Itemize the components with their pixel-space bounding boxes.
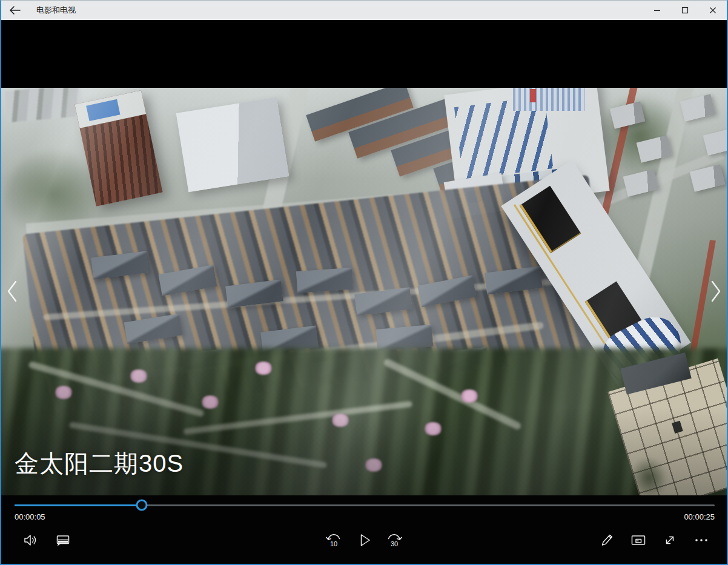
titlebar: 电影和电视 xyxy=(1,1,727,20)
app-window: 电影和电视 xyxy=(0,0,728,565)
edit-button[interactable] xyxy=(596,527,618,553)
more-options-button[interactable] xyxy=(690,527,712,553)
skip-forward-30-icon: 30 xyxy=(385,531,403,549)
seek-progress xyxy=(15,504,142,506)
subtitles-button[interactable] xyxy=(52,527,74,553)
video-overlay-title: 金太阳二期30S xyxy=(15,450,184,477)
scene-roof xyxy=(296,268,353,293)
buttons-right xyxy=(596,527,712,553)
elapsed-time: 00:00:05 xyxy=(15,512,45,521)
fullscreen-icon xyxy=(661,532,678,549)
subtitles-icon xyxy=(55,532,71,549)
close-icon xyxy=(709,7,716,14)
close-button[interactable] xyxy=(699,1,727,20)
buttons-row: 10 30 xyxy=(1,527,727,557)
scene-tower-pool xyxy=(86,99,120,121)
seek-handle[interactable] xyxy=(136,500,148,511)
play-icon xyxy=(355,531,373,549)
volume-icon xyxy=(22,532,39,549)
volume-button[interactable] xyxy=(19,527,41,553)
skip-back-label: 10 xyxy=(330,540,337,547)
scene-statue xyxy=(672,421,683,434)
scene-blossom-tree xyxy=(460,389,478,403)
video-frame[interactable]: 金太阳二期30S xyxy=(1,88,727,497)
chevron-left-icon xyxy=(7,280,18,303)
fullscreen-button[interactable] xyxy=(659,527,681,553)
scene-blossom-tree xyxy=(254,362,273,375)
skip-forward-button[interactable]: 30 xyxy=(383,527,405,553)
transport-controls: 00:00:05 00:00:25 xyxy=(1,495,727,564)
scene-glass-tower xyxy=(513,88,584,111)
previous-video-button[interactable] xyxy=(5,279,19,303)
skip-back-10-icon: 10 xyxy=(325,531,343,549)
scene-blossom-tree xyxy=(130,369,148,383)
remaining-time: 00:00:25 xyxy=(684,512,715,521)
scene-blossom-tree xyxy=(365,458,383,472)
buttons-center: 10 30 xyxy=(323,527,405,553)
minimize-icon xyxy=(654,7,661,14)
buttons-left xyxy=(19,527,74,553)
scene-blossom-tree xyxy=(55,386,73,399)
scene-white-building xyxy=(176,97,290,193)
back-button[interactable] xyxy=(1,1,29,20)
more-options-icon xyxy=(693,532,710,549)
scene-blossom-tree xyxy=(201,395,219,409)
play-button[interactable] xyxy=(353,527,375,553)
arrow-left-icon xyxy=(9,5,21,15)
scene-logo-mark xyxy=(530,89,536,102)
maximize-icon xyxy=(681,7,689,14)
seek-bar[interactable] xyxy=(15,504,715,506)
scene-blossom-tree xyxy=(331,414,349,427)
skip-forward-label: 30 xyxy=(391,540,398,547)
mini-player-button[interactable] xyxy=(627,527,649,553)
player-stage: 金太阳二期30S 00:00:05 00:00:25 xyxy=(1,20,727,564)
maximize-button[interactable] xyxy=(671,1,699,20)
scene-atrium-cutout xyxy=(520,186,581,254)
minimize-button[interactable] xyxy=(643,1,671,20)
scene-blossom-tree xyxy=(424,422,442,435)
chevron-right-icon xyxy=(710,280,721,303)
skip-back-button[interactable]: 10 xyxy=(323,527,345,553)
next-video-button[interactable] xyxy=(709,279,723,303)
pencil-icon xyxy=(599,532,615,548)
mini-player-icon xyxy=(630,532,647,549)
app-title: 电影和电视 xyxy=(36,5,76,16)
